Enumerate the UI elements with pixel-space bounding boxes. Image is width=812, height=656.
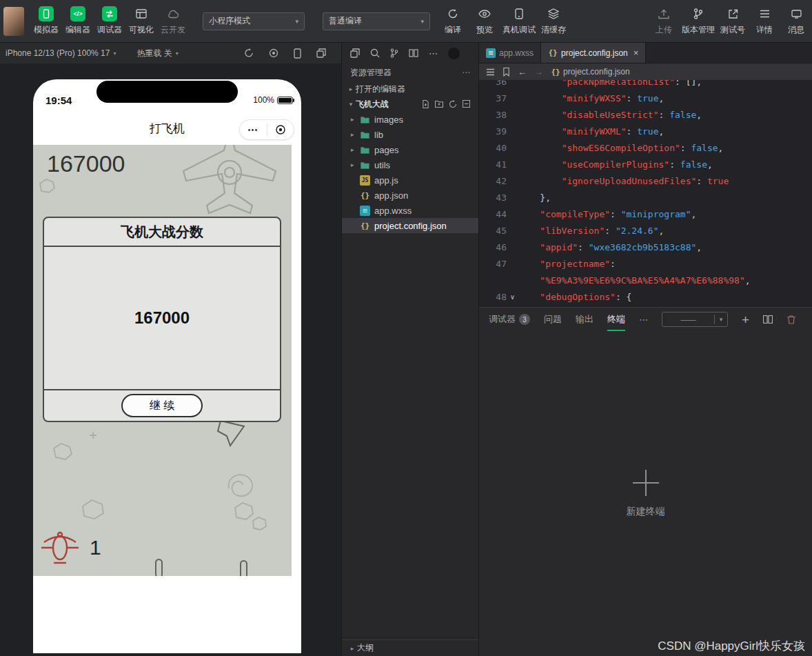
device-selector[interactable]: iPhone 12/13 (Pro) 100% 17 ▾ <box>0 48 116 58</box>
code-line-43[interactable]: 43 }, <box>479 190 812 206</box>
tree-item-pages[interactable]: ▸pages <box>342 142 478 157</box>
tree-item-app-wxss[interactable]: ≡app.wxss <box>342 203 478 218</box>
mode-dropdown[interactable]: 小程序模式 ▾ <box>203 12 305 30</box>
new-file-icon[interactable] <box>422 100 429 108</box>
code-line-39[interactable]: 39 "minifyWXML": true, <box>479 123 812 140</box>
record-icon[interactable] <box>269 48 278 59</box>
more-menu-button[interactable]: ••• <box>240 126 267 134</box>
new-terminal-icon[interactable]: + <box>742 313 749 326</box>
code-line-46[interactable]: 46 "appid": "wxe3682cb9b5183c88", <box>479 239 812 256</box>
code-editor[interactable]: 36 "packNpmRelationList": [],37 "minifyW… <box>479 80 812 307</box>
multi-window-icon[interactable] <box>316 48 326 59</box>
code-line-37[interactable]: 37 "minifyWXSS": true, <box>479 90 812 107</box>
debug-tab-0[interactable]: 调试器3 <box>489 308 530 331</box>
tree-item-utils[interactable]: ▸utils <box>342 157 478 172</box>
status-bar-battery: 100% <box>253 95 293 105</box>
compile-button[interactable]: 编译 <box>437 2 469 41</box>
debug-tab-1[interactable]: 问题 <box>544 308 562 331</box>
source-control-icon[interactable] <box>390 48 398 58</box>
code-line-36[interactable]: 36 "packNpmRelationList": [], <box>479 80 812 90</box>
terminal-select[interactable]: —— ▾ <box>662 312 728 327</box>
hot-reload-selector[interactable]: 热重载 关 ▾ <box>136 48 178 59</box>
messages-button[interactable]: 消息 <box>780 2 812 41</box>
visualize-label: 可视化 <box>129 24 154 36</box>
open-editors-section[interactable]: ▸ 打开的编辑器 <box>342 81 478 97</box>
project-section[interactable]: ▾ 飞机大战 <box>342 97 478 112</box>
breadcrumb-bar: ← → {} project.config.json <box>479 63 812 80</box>
tree-item-images[interactable]: ▸images <box>342 112 478 127</box>
breadcrumb-file[interactable]: {} project.config.json <box>551 67 630 77</box>
continue-button[interactable]: 继 续 <box>121 394 203 417</box>
game-canvas[interactable]: 167000 飞机大战分数 167000 继 续 <box>33 145 292 576</box>
tree-item-app-json[interactable]: {}app.json <box>342 188 478 203</box>
tab-app-wxss[interactable]: ≡ app.wxss <box>479 43 541 63</box>
code-line-40[interactable]: 40 "showES6CompileOption": false, <box>479 140 812 157</box>
file-name: images <box>374 115 403 125</box>
split-terminal-icon[interactable] <box>763 315 773 324</box>
debugger-button[interactable]: 调试器 <box>94 2 125 41</box>
compile-mode-dropdown[interactable]: 普通编译 ▾ <box>323 12 430 30</box>
debug-tab-2[interactable]: 输出 <box>576 308 593 331</box>
tree-item-lib[interactable]: ▸lib <box>342 127 478 142</box>
new-folder-icon[interactable] <box>435 100 443 108</box>
tree-item-project-config-json[interactable]: {}project.config.json <box>342 218 478 233</box>
upload-button[interactable]: 上传 <box>648 2 680 41</box>
code-line-44[interactable]: 44 "compileType": "miniprogram", <box>479 206 812 223</box>
code-line-45[interactable]: 45 "libVersion": "2.24.6", <box>479 223 812 239</box>
tree-item-app-js[interactable]: JSapp.js <box>342 172 478 188</box>
visualize-button[interactable]: 可视化 <box>125 2 157 41</box>
tab-label: app.wxss <box>499 48 534 58</box>
phone-frame-icon[interactable] <box>294 48 301 59</box>
collapse-all-icon[interactable] <box>463 100 470 108</box>
simulator-body: 19:54 100% 打飞机 ••• <box>0 63 341 656</box>
npm-icon[interactable] <box>448 48 460 59</box>
list-icon[interactable] <box>486 68 495 76</box>
code-line-wrap[interactable]: "%E9%A3%9E%E6%9C%BA%E5%A4%A7%E6%88%98", <box>479 272 812 289</box>
wxss-file-icon: ≡ <box>486 48 496 58</box>
more-icon[interactable]: ⋯ <box>462 68 470 77</box>
device-debug-button[interactable]: 真机调试 <box>500 2 538 41</box>
search-icon[interactable] <box>370 48 380 58</box>
code-line-38[interactable]: 38 "disableUseStrict": false, <box>479 107 812 123</box>
files-icon[interactable] <box>350 48 360 58</box>
avatar[interactable] <box>3 7 24 36</box>
chevron-right-icon: ▸ <box>351 116 360 123</box>
cloud-dev-button[interactable]: 云开发 <box>157 2 189 41</box>
bookmark-icon[interactable] <box>503 68 510 77</box>
close-icon[interactable]: × <box>633 48 639 58</box>
more-icon[interactable]: ⋯ <box>429 48 438 59</box>
file-name: pages <box>374 145 398 155</box>
code-line-47[interactable]: 47 "projectname": <box>479 256 812 272</box>
fold-spacer <box>507 190 518 206</box>
clear-cache-button[interactable]: 清缓存 <box>538 2 569 41</box>
version-control-button[interactable]: 版本管理 <box>680 2 717 41</box>
trash-icon[interactable] <box>786 315 796 324</box>
editor-button[interactable]: </> 编辑器 <box>62 2 94 41</box>
tab-project-config-json[interactable]: {} project.config.json × <box>541 43 646 63</box>
outline-section[interactable]: ▸ 大纲 <box>342 639 478 656</box>
fold-chevron-icon[interactable]: ∨ <box>507 289 518 306</box>
split-editor-icon[interactable] <box>409 49 418 57</box>
editor-pane: ≡ app.wxss {} project.config.json × ← → … <box>479 43 812 656</box>
explorer-title: 资源管理器 <box>350 67 392 79</box>
code-line-42[interactable]: 42 "ignoreUploadUnusedFiles": true <box>479 173 812 190</box>
code-line-48[interactable]: 48∨ "debugOptions": { <box>479 289 812 306</box>
fold-spacer <box>507 140 518 157</box>
new-terminal-plus-icon[interactable] <box>633 470 659 496</box>
upload-icon <box>656 6 671 21</box>
debug-tab-3[interactable]: 终端 <box>607 308 625 331</box>
code-line-41[interactable]: 41 "useCompilerPlugins": false, <box>479 157 812 173</box>
refresh-icon[interactable] <box>449 100 457 108</box>
forward-arrow-icon[interactable]: → <box>534 67 543 77</box>
rotate-icon[interactable] <box>244 48 254 59</box>
chevron-down-icon: ▾ <box>346 101 356 108</box>
back-arrow-icon[interactable]: ← <box>518 67 527 77</box>
simulator-button[interactable]: 模拟器 <box>30 2 62 41</box>
details-button[interactable]: 详情 <box>749 2 780 41</box>
test-account-button[interactable]: 测试号 <box>717 2 749 41</box>
preview-button[interactable]: 预览 <box>469 2 500 41</box>
close-capsule-button[interactable] <box>267 124 294 135</box>
line-number: 37 <box>479 90 507 107</box>
more-icon[interactable]: ⋯ <box>639 315 648 325</box>
compile-label: 编译 <box>445 24 461 36</box>
